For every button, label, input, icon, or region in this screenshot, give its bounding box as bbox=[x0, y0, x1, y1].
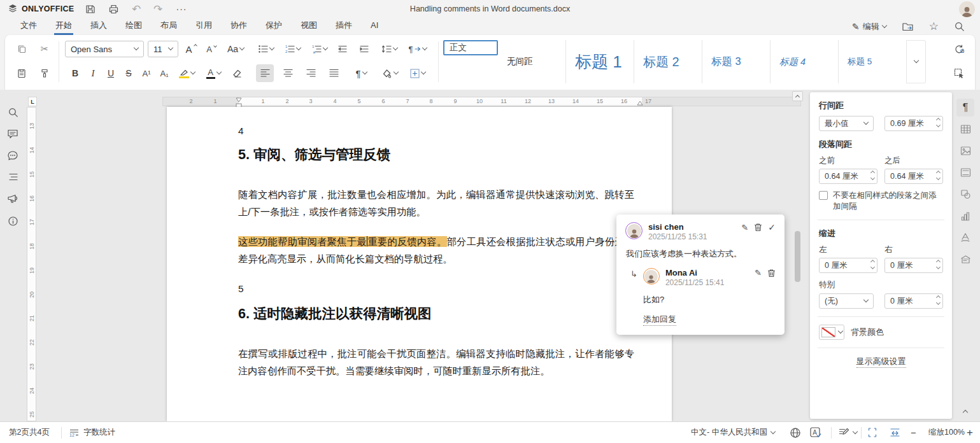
word-count-button[interactable]: 12 字数统计 bbox=[69, 422, 115, 443]
special-indent-spinner[interactable]: 0 厘米 bbox=[884, 293, 943, 309]
paragraph-direction-button[interactable]: ¶ bbox=[405, 40, 430, 58]
line-spacing-value-spinner[interactable]: 0.69 厘米 bbox=[884, 116, 943, 131]
right-indent-marker[interactable] bbox=[637, 101, 643, 106]
print-button[interactable] bbox=[105, 1, 122, 17]
chevron-down-icon[interactable] bbox=[838, 328, 843, 334]
format-painter-button[interactable] bbox=[36, 64, 53, 82]
line-spacing-button[interactable] bbox=[377, 40, 401, 58]
style-no-spacing[interactable]: 无间距 bbox=[498, 40, 566, 83]
shape-settings-tab[interactable] bbox=[956, 185, 974, 203]
favorite-star-icon[interactable]: ☆ bbox=[929, 20, 939, 33]
paste-button[interactable] bbox=[13, 64, 31, 82]
sidebar-comments-button[interactable] bbox=[4, 125, 22, 143]
chevron-down-icon[interactable] bbox=[295, 45, 301, 50]
more-actions-button[interactable]: ··· bbox=[173, 1, 190, 17]
spell-check-button[interactable]: A bbox=[810, 422, 822, 443]
clear-formatting-button[interactable] bbox=[228, 64, 246, 82]
checkbox[interactable] bbox=[819, 191, 828, 200]
font-size-select[interactable]: 11 bbox=[148, 41, 178, 57]
style-heading-2[interactable]: 标题 2 bbox=[634, 40, 702, 83]
chevron-down-icon[interactable] bbox=[422, 45, 427, 50]
indent-left-spinner[interactable]: 0 厘米 bbox=[819, 258, 877, 273]
chevron-down-icon[interactable] bbox=[322, 45, 327, 50]
italic-button[interactable]: I bbox=[84, 64, 102, 82]
sidebar-chat-button[interactable] bbox=[4, 146, 22, 164]
user-avatar[interactable] bbox=[959, 1, 975, 17]
replace-button[interactable] bbox=[950, 40, 968, 58]
highlight-color-button[interactable] bbox=[174, 64, 199, 82]
align-left-button[interactable] bbox=[256, 64, 274, 82]
save-button[interactable] bbox=[82, 1, 98, 17]
tab-home[interactable]: 开始 bbox=[54, 18, 73, 35]
delete-comment-icon[interactable] bbox=[754, 223, 762, 232]
sidebar-feedback-button[interactable] bbox=[4, 190, 22, 207]
align-justify-button[interactable] bbox=[325, 64, 343, 82]
highlighted-text[interactable]: 这些功能帮助审阅者聚焦于最重要的反馈内容。 bbox=[238, 236, 447, 247]
tab-protection[interactable]: 保护 bbox=[264, 18, 283, 35]
mail-merge-settings-tab[interactable] bbox=[956, 250, 974, 268]
editing-mode-button[interactable]: ✎ 编辑 bbox=[852, 21, 886, 32]
text-art-settings-tab[interactable] bbox=[956, 229, 974, 246]
heading-6[interactable]: 6. 适时隐藏批注以获得清晰视图 bbox=[238, 304, 634, 323]
tab-ai[interactable]: AI bbox=[369, 18, 380, 35]
tab-file[interactable]: 文件 bbox=[19, 18, 38, 35]
chevron-down-icon[interactable] bbox=[392, 45, 397, 50]
zoom-out-button[interactable]: − bbox=[911, 422, 916, 443]
show-paragraph-marks-button[interactable]: ¶ bbox=[349, 64, 373, 82]
track-changes-button[interactable] bbox=[839, 422, 857, 443]
paragraph-settings-tab[interactable]: ¶ bbox=[956, 99, 974, 116]
copy-button[interactable] bbox=[13, 40, 31, 58]
table-settings-tab[interactable] bbox=[956, 120, 974, 138]
font-name-select[interactable]: Open Sans bbox=[65, 41, 144, 57]
open-file-location-icon[interactable] bbox=[902, 21, 914, 32]
undo-button[interactable]: ↶ bbox=[128, 1, 145, 17]
more-styles-button[interactable] bbox=[907, 40, 926, 83]
header-footer-settings-tab[interactable] bbox=[956, 164, 974, 181]
superscript-button[interactable]: A¹ bbox=[138, 64, 155, 82]
vertical-scrollbar-thumb[interactable] bbox=[795, 231, 800, 282]
chevron-down-icon[interactable] bbox=[269, 45, 274, 50]
sidebar-search-button[interactable] bbox=[4, 103, 22, 121]
indent-right-spinner[interactable]: 0 厘米 bbox=[884, 258, 943, 273]
align-center-button[interactable] bbox=[279, 64, 297, 82]
paragraph-2[interactable]: 这些功能帮助审阅者聚焦于最重要的反馈内容。部分工具还会根据批注状态或用户身份进行… bbox=[238, 233, 634, 267]
spacing-before-spinner[interactable]: 0.64 厘米 bbox=[819, 169, 877, 184]
style-heading-3[interactable]: 标题 3 bbox=[702, 40, 771, 83]
tab-plugins[interactable]: 插件 bbox=[334, 18, 353, 35]
fit-width-button[interactable] bbox=[890, 422, 900, 443]
add-reply-link[interactable]: 添加回复 bbox=[643, 314, 676, 326]
document-page[interactable]: 4 5. 审阅、筛选与管理反馈 随着文档内容扩展，批注数量也会相应增加。为此，编… bbox=[167, 107, 672, 421]
chevron-down-icon[interactable] bbox=[393, 69, 398, 74]
edit-reply-icon[interactable]: ✎ bbox=[755, 268, 762, 278]
image-settings-tab[interactable] bbox=[956, 142, 974, 160]
scroll-up-button[interactable] bbox=[792, 91, 803, 101]
shading-button[interactable] bbox=[377, 64, 402, 82]
change-case-button[interactable]: Aa bbox=[223, 40, 248, 58]
paragraph-1[interactable]: 随着文档内容扩展，批注数量也会相应增加。为此，编辑器通常提供快速滚动浏览、跳转至… bbox=[238, 186, 634, 220]
style-heading-1[interactable]: 标题 1 bbox=[566, 40, 634, 83]
sidebar-about-button[interactable] bbox=[4, 212, 22, 230]
set-document-language-button[interactable] bbox=[790, 422, 801, 443]
tab-layout[interactable]: 布局 bbox=[159, 18, 178, 35]
tab-collaboration[interactable]: 协作 bbox=[229, 18, 248, 35]
resolve-comment-icon[interactable]: ✓ bbox=[768, 222, 776, 232]
style-heading-5[interactable]: 标题 5 bbox=[839, 40, 907, 83]
language-selector[interactable]: 中文- 中华人民共和国 bbox=[691, 422, 775, 443]
line-spacing-select[interactable]: 最小值 bbox=[819, 116, 874, 131]
style-normal[interactable]: 正文 bbox=[443, 40, 498, 55]
increase-indent-button[interactable] bbox=[355, 40, 373, 58]
special-indent-select[interactable]: (无) bbox=[819, 293, 874, 309]
multilevel-list-button[interactable]: 1a bbox=[307, 40, 331, 58]
fit-page-button[interactable] bbox=[867, 422, 877, 443]
chevron-down-icon[interactable] bbox=[421, 69, 426, 74]
bullet-list-button[interactable] bbox=[253, 40, 278, 58]
tab-view[interactable]: 视图 bbox=[299, 18, 318, 35]
section-marker[interactable]: 5 bbox=[238, 280, 634, 297]
zoom-in-button[interactable]: + bbox=[967, 422, 973, 443]
chevron-down-icon[interactable] bbox=[362, 69, 367, 74]
align-right-button[interactable] bbox=[302, 64, 320, 82]
edit-comment-icon[interactable]: ✎ bbox=[741, 223, 748, 232]
chevron-down-icon[interactable] bbox=[216, 69, 221, 74]
increase-font-size-button[interactable]: A bbox=[182, 40, 200, 58]
style-heading-4[interactable]: 标题 4 bbox=[771, 40, 839, 83]
